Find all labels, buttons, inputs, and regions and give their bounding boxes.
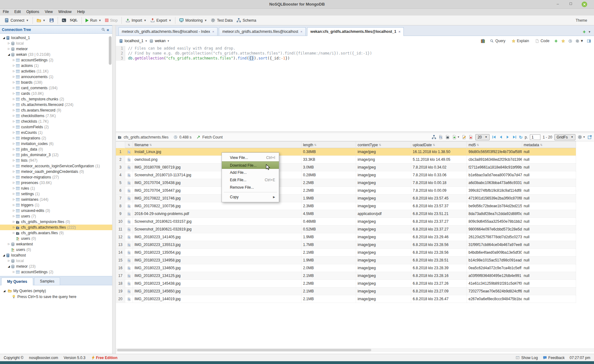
sidebar-splitter[interactable] [112,25,116,354]
cell-metadata[interactable]: null [522,257,576,264]
tree-item[interactable]: ▷jobs_data(0) [0,147,112,152]
collapse-arrow-icon[interactable]: ◢ [2,289,6,292]
tree-item[interactable]: ▷cfs.attachments.filerecord(224) [0,102,112,107]
row-view-cell[interactable] [125,164,133,171]
add-document-button[interactable]: ▼ [452,135,460,139]
expand-arrow-icon[interactable]: ▷ [12,230,16,236]
cell-filename[interactable]: IMG_20170822_100736.jpg [133,202,301,210]
cell-metadata[interactable]: null [522,249,576,256]
tab-close-icon[interactable]: × [212,30,214,33]
expand-arrow-icon[interactable]: ▷ [12,180,16,186]
table-row[interactable]: 16IMG_20180223_134605.jpg2.0MBimage/jpeg… [116,264,576,272]
cell-md5[interactable]: 471901d156539e2ba3f90c870f8 [467,195,522,202]
cell-contentType[interactable]: image/jpeg [356,195,411,202]
code-button[interactable]: Code [534,38,551,44]
expand-arrow-icon[interactable]: ▷ [7,41,11,46]
expand-arrow-icon[interactable]: ▷ [12,186,16,191]
explain-button[interactable]: Explain [510,38,530,44]
cell-contentType[interactable]: image/jpeg [356,249,411,256]
cell-contentType[interactable]: image/jpeg [356,280,411,287]
row-view-cell[interactable] [125,257,133,264]
tree-item[interactable]: ▷presences(33.6K) [0,180,112,186]
table-row[interactable]: 18IMG_20180223_145438.jpg2.2MBimage/jpeg… [116,280,576,287]
cell-length[interactable]: 2.3MB [301,202,356,210]
cell-md5[interactable]: b1e6bac0a0d7eea800790a7d47 [467,171,522,179]
expand-arrow-icon[interactable]: ▷ [12,91,16,96]
cell-metadata[interactable]: null [522,264,576,272]
table-row[interactable]: 2owncloud.png33.3KBimage/png5.11.2018 kl… [116,156,576,164]
tree-item[interactable]: users(0) [0,236,112,241]
collapse-sidebar-icon[interactable]: « [105,27,110,32]
table-row[interactable]: 92016-04-29-solving-problems.pdf4.5MBapp… [116,210,576,218]
new-tab-icon[interactable]: + [583,30,586,34]
schema-button[interactable]: Schema [235,17,258,24]
sort-icon[interactable]: ⇅ [379,142,381,148]
cell-filename[interactable]: IMG_20180223_134605.jpg [133,264,301,272]
cell-metadata[interactable]: null [522,272,576,279]
tree-item[interactable]: ◢meteor(23) [0,264,112,269]
collapse-arrow-icon[interactable]: ◢ [2,35,6,41]
cell-metadata[interactable]: null [522,210,576,217]
table-row[interactable]: 19IMG_20180223_145650.jpg2.1MBimage/jpeg… [116,287,576,295]
collapse-arrow-icon[interactable]: ◢ [2,252,6,258]
table-row[interactable]: 20IMG_20180223_144019.jpg2.1MBimage/jpeg… [116,295,576,303]
cell-uploadDate[interactable]: 6.8.2018 klo 23.28.39 [411,264,467,272]
sort-icon[interactable]: ⇅ [477,142,479,148]
row-view-cell[interactable] [125,148,133,156]
expand-arrow-icon[interactable]: ▷ [7,46,11,52]
close-button[interactable]: ✕ [582,2,587,7]
expand-arrow-icon[interactable]: ▷ [12,130,16,135]
table-row[interactable]: 5IMG_20170704_105438.jpg2.2MBimage/jpeg7… [116,179,576,187]
cell-md5[interactable]: 31f99f17cb864ce04b467a97ee8 [467,241,522,248]
cell-filename[interactable]: Screenshot_20180621-032819.jpg [133,226,301,233]
cell-length[interactable]: 1.7MB [301,241,356,248]
table-row[interactable]: 3IMG_20180709_080719.jpg3.0MBimage/jpeg7… [116,164,576,171]
tree-item[interactable]: ▷triggers(1) [0,202,112,208]
cell-md5[interactable]: e267e0a6ef8ec8ccc948475b1ba [467,295,522,303]
cell-metadata[interactable]: null [522,171,576,179]
expand-arrow-icon[interactable]: ▷ [12,208,16,213]
table-row[interactable]: 6IMG_20170704_105447.jpg2.2MBimage/jpeg7… [116,187,576,195]
tree-item[interactable]: ▷announcements(1) [0,74,112,80]
expand-arrow-icon[interactable]: ▷ [12,225,16,230]
tree-item[interactable]: ▷lists(947) [0,158,112,163]
column-header-contentType[interactable]: contentType⇅ [356,142,411,148]
menu-file[interactable]: File [0,9,11,15]
expand-arrow-icon[interactable]: ▷ [12,102,16,107]
query-builder-button[interactable]: Query [488,38,507,44]
cell-uploadDate[interactable]: 6.8.2018 klo 23.27.26 [411,280,467,287]
document-tab[interactable]: meteor:cfs_gridfs.attachments.files@loca… [219,27,306,36]
expand-arrow-icon[interactable]: ▷ [12,96,16,102]
row-view-cell[interactable] [125,156,133,163]
cell-uploadDate[interactable]: 7.8.2018 klo 0.34.02 [411,164,467,171]
sql-button[interactable]: SQL [68,17,80,24]
menu-edit[interactable]: Edit [11,9,24,15]
row-view-cell[interactable] [125,264,133,272]
theme-button[interactable]: Theme [576,18,592,23]
document-tab[interactable]: wekan:cfs_gridfs.attachments.files@local… [307,27,404,36]
cell-filename[interactable]: IMG_20180223_134958.jpg [133,257,301,264]
cell-uploadDate[interactable]: 6.8.2018 klo 23.26.47 [411,295,467,303]
cell-uploadDate[interactable]: 6.8.2018 klo 23.51.21 [411,210,467,217]
search-icon[interactable] [101,28,105,32]
cell-length[interactable]: 2.0MB [301,264,356,272]
editor-settings-button[interactable]: ▼ [575,39,584,43]
cell-uploadDate[interactable]: 6.8.2018 klo 23.27.09 [411,287,467,295]
column-header-length[interactable]: length⇅ [301,142,356,148]
maximize-button[interactable] [568,2,574,7]
cell-md5[interactable]: 0ea5c62d4a072c9e7ca4b1c5eff [467,264,522,272]
expand-arrow-icon[interactable]: ▷ [12,197,16,202]
cell-contentType[interactable]: image/jpeg [356,287,411,295]
open-file-button[interactable]: ▼ [35,17,47,24]
show-as-console-icon[interactable] [445,135,450,139]
cell-length[interactable]: 0.28MB [301,171,356,179]
expand-arrow-icon[interactable]: ▷ [12,174,16,180]
cell-metadata[interactable]: null [522,295,576,303]
cell-metadata[interactable]: null [522,148,576,156]
cell-md5[interactable]: 98d80c565f03f921fe4b730af58f8f [467,148,522,156]
cell-uploadDate[interactable]: 6.8.2018 klo 23.37.27 [411,226,467,233]
cell-length[interactable]: 1.9MB [301,233,356,241]
cell-md5[interactable]: cbc3a891b6348ed2f29cb7d1396 [467,156,522,163]
tab-my-queries[interactable]: My Queries [1,278,33,285]
tree-item[interactable]: ▷unsaved-edits(3) [0,208,112,213]
